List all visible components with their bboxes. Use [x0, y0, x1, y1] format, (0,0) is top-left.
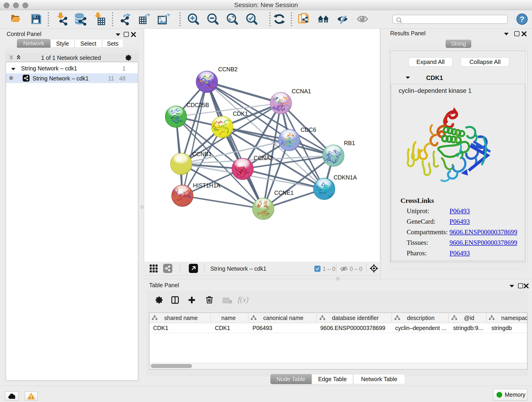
svg-text:RB1: RB1	[344, 140, 355, 146]
svg-text:CCNE1: CCNE1	[274, 190, 294, 196]
svg-text:CDKN1A: CDKN1A	[334, 174, 357, 181]
svg-text:?: ?	[520, 15, 525, 23]
svg-text:CDC25B: CDC25B	[186, 102, 209, 108]
svg-text:CDC6: CDC6	[301, 127, 316, 133]
svg-text:CCNB1: CCNB1	[192, 151, 212, 157]
svg-text:HIST1H1A: HIST1H1A	[193, 182, 220, 189]
svg-text:CCNA1: CCNA1	[292, 88, 311, 95]
svg-text:CCNA2: CCNA2	[254, 155, 273, 161]
svg-text:CCNB2: CCNB2	[218, 66, 238, 72]
svg-text:CDK1: CDK1	[233, 110, 248, 117]
